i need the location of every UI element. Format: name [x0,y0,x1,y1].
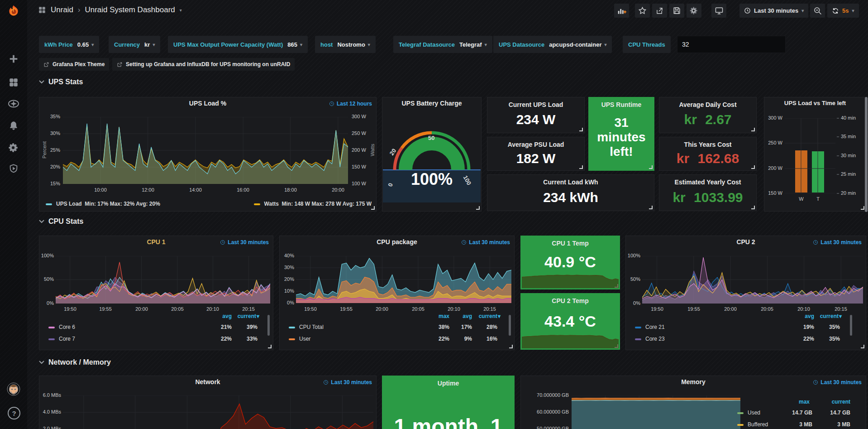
dashboard-settings-button[interactable] [687,4,701,18]
variable-value-dropdown[interactable]: apcupsd-container▾ [549,41,606,48]
stat-title[interactable]: Uptime [382,380,514,387]
panel-ups-battery-gauge: UPS Battery Charge 50 20 0 100 100% [382,97,482,212]
breadcrumb-separator: › [78,6,80,14]
alerting-bell-icon[interactable] [7,119,20,133]
series-color-dash [635,327,641,328]
user-avatar[interactable] [7,382,20,396]
cycle-view-button[interactable] [711,4,726,18]
section-cpu-stats[interactable]: CPU Stats [39,217,83,226]
panel-time-override[interactable]: Last 30 minutes [813,379,862,386]
dashboards-icon[interactable] [7,76,20,89]
refresh-control[interactable]: 5s ▾ [827,4,859,18]
title-caret-icon[interactable]: ▾ [180,8,182,13]
legend-row[interactable]: Core 21 19%35% [635,324,861,332]
variable-value-dropdown[interactable]: 865▾ [287,41,302,48]
stat-title[interactable]: Current Load kWh [487,178,654,186]
star-icon [638,6,647,15]
legend-row[interactable]: CPU Total 38% 17% 28% [289,324,510,332]
legend-row[interactable]: Core 7 22%33% [48,336,268,343]
series-color-dash [289,338,295,340]
variable-cpu-threads: CPU Threads [623,36,671,53]
variable-value-dropdown[interactable]: Telegraf▾ [459,41,487,48]
stat-value: 182 W [487,151,584,166]
panel-time-override[interactable]: Last 30 minutes [461,239,510,246]
help-icon[interactable] [8,407,20,419]
legend-col-current[interactable]: current [820,313,842,319]
panel-time-override[interactable]: Last 30 minutes [323,379,372,386]
stat-title[interactable]: UPS Runtime [589,101,654,108]
variable-ups-max-output: UPS Max Output Power Capacity (Watt) 865… [168,36,308,53]
cpu1-chart[interactable] [56,256,270,304]
cpu-threads-input[interactable]: 32 [677,36,786,53]
page-scrollbar[interactable] [865,97,868,212]
variable-value-dropdown[interactable]: Nostromo▾ [337,41,370,48]
variable-label: Currency [114,41,140,48]
time-range-picker[interactable]: Last 30 minutes ▾ [739,4,808,18]
variable-value-dropdown[interactable]: kr▾ [144,41,155,48]
stat-title[interactable]: This Years Cost [659,141,756,148]
add-panel-button[interactable] [614,4,629,18]
star-button[interactable] [635,4,650,18]
breadcrumb-root[interactable]: Unraid [51,5,73,14]
legend-col-avg[interactable]: avg [463,313,472,319]
legend-item[interactable]: UPS Load Min: 17% Max: 32% Avg: 20% [46,201,160,207]
refresh-interval-select[interactable]: 5s [842,7,849,14]
legend-col-avg[interactable]: avg [222,313,232,319]
legend-row[interactable]: Used 14.7 GB 14.7 GB [737,410,850,416]
legend-header: avg current [48,313,268,320]
legend-col-max[interactable]: max [799,399,810,405]
panel-time-override[interactable]: Last 30 minutes [220,239,269,246]
legend-col-current[interactable]: current [479,313,501,319]
legend-row[interactable]: Buffered 3 MB 3 MB [737,421,850,428]
panel-time-override[interactable]: Last 30 minutes [813,239,862,246]
section-ups-stats[interactable]: UPS Stats [39,78,83,86]
explore-icon[interactable] [7,97,20,111]
panel-title[interactable]: UPS Load % [39,100,376,107]
ups-load-chart[interactable] [63,117,348,184]
zoom-out-button[interactable] [810,4,825,18]
panel-memory: Memory Last 30 minutes max current Used … [520,376,866,429]
server-admin-shield-icon[interactable] [7,162,20,175]
stat-title[interactable]: Average PSU Load [487,141,584,148]
legend-header: max avg current [289,313,510,320]
stat-title[interactable]: Estimated Yearly Cost [659,178,756,186]
legend-row[interactable]: Core 6 21%39% [48,324,268,332]
stat-title[interactable]: Current UPS Load [487,101,584,108]
share-button[interactable] [652,4,667,18]
dashboard-link-plex-theme[interactable]: Grafana Plex Theme [39,58,109,71]
legend-scrollbar[interactable] [509,315,511,336]
legend-col-current[interactable]: current [238,313,259,319]
panel-network: Network Last 30 minutes 6.0 MBs4.0 MBs2.… [39,376,377,429]
external-link-icon [43,62,49,67]
legend-col-avg[interactable]: avg [805,313,814,319]
variable-label: kWh Price [44,41,73,48]
section-network-memory[interactable]: Network / Memory [39,358,111,366]
grafana-dashboard: Unraid › Unraid System Dashboard ▾ Last … [0,0,868,429]
legend-row[interactable]: User 22% 9% 16% [289,336,510,343]
cpu-package-chart[interactable] [296,256,511,303]
network-chart[interactable] [63,395,373,429]
configuration-gear-icon[interactable] [7,141,20,154]
panel-time-override[interactable]: Last 12 hours [329,101,372,107]
page-title[interactable]: Unraid System Dashboard [85,5,175,14]
panel-cpu2: CPU 2 Last 30 minutes avg current Core 2… [625,236,866,350]
legend-item[interactable]: Watts Min: 148 W Max: 278 W Avg: 175 W [254,201,372,207]
legend-col-current[interactable]: current [832,399,850,405]
panel-title[interactable]: UPS Battery Charge [382,100,481,107]
panel-title[interactable]: UPS Load vs Time left [764,100,866,106]
stat-title[interactable]: CPU 1 Temp [521,240,620,247]
stat-title[interactable]: Average Daily Cost [659,101,756,108]
cpu2-chart[interactable] [642,256,863,304]
variable-value-dropdown[interactable]: 0.65▾ [77,41,94,48]
save-button[interactable] [669,4,684,18]
dashboard-link-ups-monitoring[interactable]: Setting up Grafana and InfluxDB for UPS … [112,58,295,71]
legend-row[interactable]: Core 23 22%35% [635,336,861,343]
memory-chart[interactable] [572,395,740,429]
legend-scrollbar[interactable] [267,315,270,336]
legend-col-max[interactable]: max [439,313,449,319]
create-icon[interactable] [7,52,20,66]
stat-title[interactable]: CPU 2 Temp [521,297,620,304]
legend: UPS Load Min: 17% Max: 32% Avg: 20% Watt… [46,201,372,207]
grafana-logo[interactable] [7,5,20,18]
legend-scrollbar[interactable] [850,315,852,336]
